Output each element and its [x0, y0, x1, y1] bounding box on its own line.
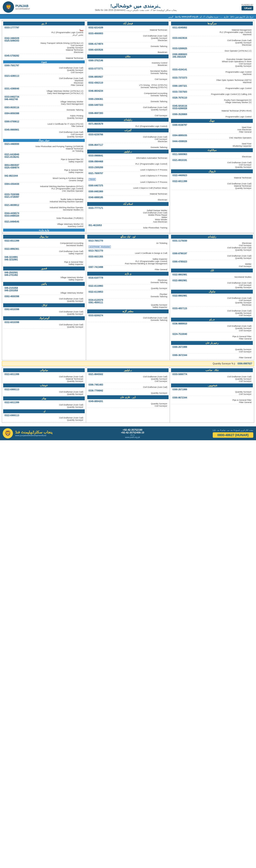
- nrw-entry-2: 0322-6011399 Civil Draftsman (Auto Cad) …: [171, 180, 253, 190]
- mianwali-header: میانوالی: [3, 368, 85, 372]
- entry-10: 0300-0700612 Level 2 Certificate for IT …: [3, 120, 85, 128]
- footer-website: www.punjabskillsdevelopmentfund: [15, 434, 52, 437]
- footer-website-main: www.psdf.org.pk: [121, 436, 144, 438]
- bahawalpur-header: بہاولپور: [87, 150, 169, 153]
- dgk2-entry-1: 0349-8894201 Quantity Surveyor Civil Sur…: [87, 400, 169, 408]
- extra-col2: بہاولپور 0321-8845502 Civil Draftsman (A…: [86, 367, 170, 423]
- nrw-entry-1: 0322-4469923 Material Technician: [171, 174, 253, 180]
- psdf-logo-area: FUNDED BY UKaid: [242, 4, 253, 10]
- fsd-entry-1: 0332-6214109 Material Technician: [87, 26, 169, 32]
- gjw-entry-1: 0332-6010398 Civil Draftsman (Auto Cad) …: [3, 320, 85, 329]
- swl-entry-1: 0322-6511399 Computerized Accounting Sec…: [3, 239, 85, 247]
- sgd-entry-9: 0326-7676110 Poultry Farm Management (V)…: [171, 96, 253, 104]
- footer-hotline: 0800-48627 (HUNAR): [213, 432, 253, 438]
- chk-entry-1: 0322-8802981 Civil Draftsman (Auto Cad) …: [171, 294, 253, 307]
- mlt-entry-1: 0300-3762146 Inventory Control Beauticia…: [87, 59, 169, 67]
- bwp-entry-1: 0333-0988641 Information Automation Tech…: [87, 154, 169, 160]
- sheikhupura-header: شیخوپورہ: [171, 383, 253, 388]
- rwp-entry-1: 0371-8603579 PLC (Programmable Logic Con…: [87, 122, 169, 128]
- punjab-emblem-icon: 🦁: [3, 1, 14, 13]
- entry-19: 0344-4436574 0333-8489320 Solar Photovol…: [3, 212, 85, 220]
- entry-13: 0321-6418940 0321-8136241 Pipe & General…: [3, 153, 85, 163]
- sgd-entry-10: 0345-5018116 0333-6266028 Material Techn…: [171, 104, 253, 113]
- entry-1: 0333-1777797 سینا PLC (Programmable Logi…: [3, 26, 85, 36]
- gujranwala2-header: گوجرانوالہ: [3, 316, 85, 320]
- ryk-entry-1: 0300-2671999 Quantity Surveyor Civil Sur…: [171, 345, 253, 353]
- bwp2-entry-2: 0306-7481483 Civil Draftsman (Auto Cad): [87, 383, 169, 389]
- nankana-header: ننکانہ صاحب: [171, 368, 253, 372]
- isb-entry-2: 051-4615053 Solar Photovoltaic Training: [87, 224, 169, 229]
- bwp2-entry-3: 0336-7706842 Quantity Surveyor: [87, 389, 169, 395]
- khushab-header: خوشاب: [3, 383, 85, 388]
- narowal-header: نارووال: [171, 169, 253, 173]
- sgd-entry-8: 0333-7257503 Programmable Logic Control …: [171, 90, 253, 96]
- ksr-entry-1: 049-2502591 049-2701492 Village Veterina…: [3, 271, 85, 282]
- col-a-district: ساہیوال 0322-6511399 Computerized Accoun…: [2, 234, 86, 360]
- top-logos-bar: 🦁 PUNJAB GOVERNMENT ہنرمندی میں خوشحالی!…: [0, 0, 256, 14]
- sgd-entry-11: 0300-3528869 Programmable Logic Control: [171, 113, 253, 119]
- wws: واری وارث: [3, 229, 85, 231]
- mnw-entry-1: 0322-6011399 Civil Draftsman (Auto Cad) …: [3, 373, 85, 383]
- bwp-entry-7: 0340-6888185 Electrician: [87, 196, 169, 202]
- footer-address: 21-A: [121, 434, 144, 436]
- entry-6: 0331-4390040 Village Veterinary Worker (…: [3, 87, 85, 95]
- entry-4: 0300-7501797 Civil Draftsman (Auto Cad) …: [3, 64, 85, 74]
- rwp2-entry-1: 0331-1175030 Electrician Civil Surveyor …: [171, 239, 253, 252]
- punjab-sub: GOVERNMENT: [15, 8, 30, 10]
- gjt-entry-2: 0306-8647117 Domestic Tailoring: [87, 143, 169, 149]
- tts-entry-1: 0313-7001770 Air Ticketing 1COTHAM - Exc…: [87, 239, 169, 249]
- entry-18: 0321-8839912 Industrial Stitching Machin…: [3, 204, 85, 212]
- jhg-entry-3: 0444-4308026 Steel Fixer Shuttering Carp…: [171, 140, 253, 148]
- jhang-header: جھنگ: [171, 119, 253, 123]
- entry-16: 0304-4354430 Industrial Stitching Machin…: [3, 182, 85, 193]
- fsd-entry-3: 0306-4174974 Domestic Tailoring: [87, 42, 169, 48]
- mlt-entry-2: 0333-5773771 Secretarial Studies Domesti…: [87, 67, 169, 75]
- col2-district: فیصل آباد 0332-6214109 Material Technici…: [86, 21, 170, 233]
- footer-hotline-label: مفت کال کریں (صبح 9 بجے سے شام 5 بجے تک): [213, 429, 253, 431]
- vhr-entry-3: 0322-6119053 Plumber Domestic Tailoring: [87, 290, 169, 298]
- entry-15: 042-8821044 Wood Carving & Furniture Mak…: [3, 174, 85, 182]
- mlt-entry-7: 0300-5497333 Civil Draftsman (Auto Cad) …: [87, 103, 169, 112]
- swl-entry-2: 0322-8892361 Civil Draftsman (Auto Cad) …: [3, 247, 85, 255]
- rwp2-entry-2: 0300-8790197 Civil Draftsman (Auto Cad) …: [171, 252, 253, 260]
- pkp-entry-2: 0302-4650398 Civil Draftsman (Auto Cad) …: [3, 295, 85, 303]
- qs-highlight: 0306-0987027 Quantity Surveyor % ji: [2, 361, 254, 366]
- rawalpindi-header: راولپنڈی: [87, 118, 169, 122]
- okr-entry-1: 0302-6010398 Civil Draftsman (Auto Cad) …: [3, 308, 85, 316]
- fsd-entry-4: 0300-4203526 Beautician: [87, 48, 169, 54]
- atk-entry-1: 0322-8802981 Secretarial Studies: [171, 273, 253, 279]
- mlt-entry-3: 0306-8850927 Civil Surveyor: [87, 75, 169, 81]
- rwp2-entry-3: 0300-4785023 Welder Civil Surveyor: [171, 260, 253, 268]
- ryk-entry-2: 0300-3672344 Fitter General: [171, 353, 253, 360]
- entry-11: 0345-9900901 Civil Draftsman (Auto Cad) …: [3, 128, 85, 138]
- sahiwal-header: ساہیوال: [3, 235, 85, 239]
- header-subtitle: پنجاب سکلز ڈویلپمنٹ فنڈ کے تحت مفت تکنیک…: [30, 9, 242, 11]
- footer-center: +92-42-35752190 +92-42-35752408-10 21-A …: [121, 428, 144, 438]
- extra-col1: میانوالی 0322-6011399 Civil Draftsman (A…: [2, 367, 86, 423]
- mlt-entry-8: 0306-8697283 Civil Surveyor: [87, 112, 169, 117]
- extra-col3: ننکانہ صاحب 0333-5000774 Civil Draftsman…: [170, 367, 254, 423]
- rwp2-header: راولپنڈی: [171, 235, 253, 239]
- footer-left: 🦁 پنجاب سکلزڈویلپمنٹ فنڈ www.punjabskill…: [3, 428, 52, 438]
- kasur-header: قصور: [3, 267, 85, 271]
- atk-entry-2: 0322-8802981 Civil Draftsman (Auto Cad) …: [171, 279, 253, 289]
- qs-text: Quantity Surveyor % ji: [213, 362, 235, 365]
- footer-emblem-icon: 🦁: [3, 428, 13, 438]
- tts-entry-2: 0313-7821770 Level 3 Certificate in Desi…: [87, 249, 169, 255]
- layyah-header: لیہ: [3, 409, 85, 413]
- footer: 🦁 پنجاب سکلزڈویلپمنٹ فنڈ www.punjabskill…: [0, 426, 256, 440]
- gujrat-header: گجرات: [87, 128, 169, 132]
- footer-phone2: +92-42-35752408-10: [121, 431, 144, 434]
- ukaid-logo: UKaid: [242, 6, 253, 10]
- skp-entry-2: 0300-8672344 Pipe & General Fitter Fitte…: [171, 396, 253, 404]
- jhg-entry-1: 0300-9158797 Steel Fixer Auto Electricia…: [171, 123, 253, 134]
- fsd-entry-2: 0333-4060003 Civil Draftsman (Auto Cad) …: [87, 32, 169, 42]
- sgd-entry-6: 0333-7373373 Fiber Optic System Technici…: [171, 76, 253, 84]
- col-b-district: ٹوبہ ٹیک سنگھ 0313-7001770 Air Ticketing…: [86, 234, 170, 360]
- sgd-entry-7: 0300-1007321 Programmable Logic Control: [171, 84, 253, 90]
- sgd-entry-4: 0300-8080603 345-3561029 Executive Great…: [171, 53, 253, 68]
- entry-3: 0345-5758282 Material Technician: [3, 54, 85, 60]
- bwp2-entry-1: 0321-8845502 Civil Draftsman (Auto Cad) …: [87, 373, 169, 383]
- chakwal-header: چکوال: [171, 290, 253, 293]
- main-content: لاہور 0333-1777797 سینا PLC (Programmabl…: [0, 19, 256, 425]
